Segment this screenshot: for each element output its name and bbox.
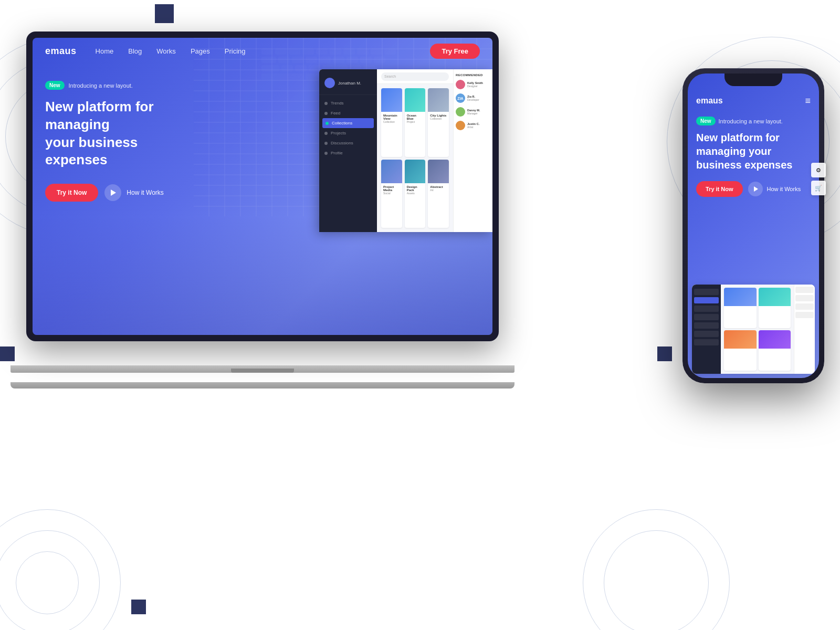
circle-group-bottom-right xyxy=(578,504,735,630)
nav-link-works[interactable]: Works xyxy=(156,47,176,55)
app-right-panel: Recommended Kelly Smith Designer ZIA Zia… xyxy=(453,69,492,232)
rp-item-4: Justin C. Artist xyxy=(456,121,490,130)
phone-try-now-button[interactable]: Try it Now xyxy=(696,181,743,197)
card-title: Mountain View xyxy=(383,114,400,120)
sidebar-item-feed[interactable]: Feed xyxy=(319,108,377,118)
sidebar-dot xyxy=(324,102,328,105)
card-subtitle: Art xyxy=(430,188,447,192)
sidebar-dot xyxy=(324,132,328,135)
app-search-header: Search xyxy=(377,69,453,84)
hamburger-icon[interactable]: ≡ xyxy=(805,96,811,107)
phone-sidebar-item xyxy=(694,339,719,345)
card-image xyxy=(405,160,426,183)
card-subtitle: Collection xyxy=(430,117,447,120)
card-subtitle: Collection xyxy=(383,120,400,123)
rp-item-1: Kelly Smith Designer xyxy=(456,80,490,89)
phone-app-screenshot xyxy=(692,285,815,374)
phone-card-img xyxy=(759,330,791,349)
phone-hero-heading: New platform for managing your business … xyxy=(696,131,811,172)
sidebar-header: Jonathan M. xyxy=(319,74,377,95)
phone-app-card-3 xyxy=(724,330,757,371)
phone-card-img xyxy=(724,330,757,349)
app-search-bar[interactable]: Search xyxy=(381,72,449,81)
phone-rp-item xyxy=(795,295,814,301)
card-image xyxy=(381,88,402,112)
laptop-navbar: emaus Home Blog Works Pages Pricing Try … xyxy=(33,38,492,64)
play-icon xyxy=(748,182,763,196)
card-body: Ocean Blue Project xyxy=(405,112,426,125)
card-title: Ocean Blue xyxy=(407,114,424,120)
laptop-try-free-button[interactable]: Try Free xyxy=(430,44,480,59)
card-image xyxy=(428,160,449,183)
phone-app-right-panel xyxy=(794,285,815,374)
nav-link-blog[interactable]: Blog xyxy=(128,47,142,55)
phone-navbar: emaus ≡ xyxy=(688,89,819,112)
sidebar-item-projects[interactable]: Projects xyxy=(319,128,377,138)
decorative-square xyxy=(657,346,672,361)
laptop-how-it-works-button[interactable]: How it Works xyxy=(104,184,163,201)
laptop-new-tag: New xyxy=(45,81,65,90)
phone-rp-item xyxy=(795,312,814,318)
phone-sidebar-item-active xyxy=(694,297,719,303)
laptop-hero: New Introducing a new layout. New platfo… xyxy=(45,80,192,202)
phone-sidebar-item xyxy=(694,306,719,312)
sidebar-item-profile[interactable]: Profile xyxy=(319,148,377,158)
card-subtitle: Assets xyxy=(407,192,424,195)
phone-sidebar-item xyxy=(694,322,719,329)
nav-link-pages[interactable]: Pages xyxy=(191,47,210,55)
phone-sidebar-item xyxy=(694,314,719,320)
phone-screen: emaus ≡ New Introducing a new layout. Ne… xyxy=(688,74,819,378)
sidebar-user-name: Jonathan M. xyxy=(338,81,361,86)
sidebar-dot xyxy=(324,142,328,145)
card-image xyxy=(405,88,426,112)
rp-desc: Developer xyxy=(467,98,490,101)
rp-avatar xyxy=(456,121,465,130)
rp-desc: Artist xyxy=(467,125,490,129)
cart-side-button[interactable]: 🛒 xyxy=(811,181,826,195)
sidebar-item-trends[interactable]: Trends xyxy=(319,98,377,108)
right-panel-title: Recommended xyxy=(456,74,490,77)
laptop-hero-heading: New platform for managing your business … xyxy=(45,98,192,169)
ring xyxy=(0,530,100,630)
phone-sidebar-item xyxy=(694,331,719,337)
settings-side-button[interactable]: ⚙ xyxy=(811,163,826,177)
phone-how-it-works-button[interactable]: How it Works xyxy=(748,182,801,196)
phone-new-tag: New xyxy=(696,117,716,125)
ring xyxy=(583,509,730,630)
laptop-try-now-button[interactable]: Try it Now xyxy=(45,184,98,202)
phone-app-card-2 xyxy=(759,288,791,328)
card-body: Design Pack Assets xyxy=(405,183,426,197)
laptop-new-badge: New Introducing a new layout. xyxy=(45,81,133,90)
sidebar-dot-active xyxy=(326,122,329,125)
circle-group-bottom-left xyxy=(0,504,126,630)
phone-app-sidebar xyxy=(692,285,721,374)
play-icon xyxy=(104,184,121,201)
card-title: Design Pack xyxy=(407,185,424,192)
phone-badge-text: Introducing a new layout. xyxy=(719,118,783,124)
laptop-badge-text: Introducing a new layout. xyxy=(69,82,133,89)
phone-device: emaus ≡ New Introducing a new layout. Ne… xyxy=(682,68,824,383)
phone-side-buttons: ⚙ 🛒 xyxy=(811,163,826,195)
phone-app-card-4 xyxy=(759,330,791,371)
sidebar-item-collections[interactable]: Collections xyxy=(322,118,374,128)
rp-desc: Designer xyxy=(467,85,490,88)
how-it-works-label: How it Works xyxy=(127,189,163,196)
app-card-5: Design Pack Assets xyxy=(405,160,426,228)
how-it-works-label: How it Works xyxy=(767,186,801,192)
card-subtitle: Social xyxy=(383,192,400,195)
nav-link-home[interactable]: Home xyxy=(96,47,114,55)
sidebar-item-discussions[interactable]: Discussions xyxy=(319,138,377,148)
phone-outer: emaus ≡ New Introducing a new layout. Ne… xyxy=(682,68,824,383)
phone-new-badge: New Introducing a new layout. xyxy=(696,117,783,125)
laptop-display: emaus Home Blog Works Pages Pricing Try … xyxy=(33,38,492,335)
phone-notch xyxy=(724,74,782,86)
rp-avatar xyxy=(456,107,465,117)
app-card-2: Ocean Blue Project xyxy=(405,88,426,157)
decorative-square xyxy=(0,346,15,361)
laptop-hinge xyxy=(231,369,294,373)
sidebar-avatar xyxy=(324,78,335,88)
app-card-6: Abstract Art xyxy=(428,160,449,228)
ring xyxy=(16,551,79,614)
phone-app-main xyxy=(721,285,794,374)
nav-link-pricing[interactable]: Pricing xyxy=(225,47,246,55)
